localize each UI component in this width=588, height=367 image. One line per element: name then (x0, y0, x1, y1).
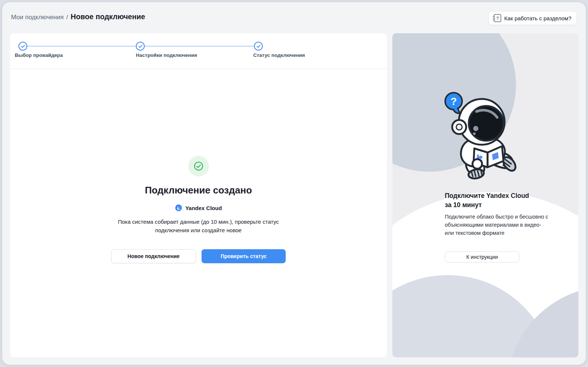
stepper-connector (27, 46, 136, 47)
step-check-icon (21, 44, 25, 49)
step-check-icon (138, 44, 143, 49)
promo-panel: ? Подключите Yandex Cloud за 10 минут По… (392, 33, 578, 357)
result-description-line1: Пока система собирает данные (до 10 мин.… (118, 217, 279, 226)
promo-title-line2: за 10 минут (445, 200, 529, 210)
provider-row: Yandex Cloud (175, 204, 222, 212)
promo-title: Подключите Yandex Cloud за 10 минут (445, 191, 529, 210)
wizard-stepper: Выбор провайдера Настройки подключения С… (10, 33, 387, 69)
promo-title-line1: Подключите Yandex Cloud (445, 191, 529, 200)
promo-description: Подключите облако быстро и бесшовно с об… (445, 213, 549, 237)
app-window: Мои подключения / Новое подключение ? Ка… (2, 2, 586, 365)
step-label-settings[interactable]: Настройки подключения (136, 52, 197, 58)
guide-book-question-icon: ? (494, 14, 501, 22)
step-status-check[interactable] (254, 42, 263, 51)
question-bubble-icon: ? (445, 93, 462, 113)
connection-result: Подключение создано Yandex Cloud Пока си… (10, 69, 387, 357)
section-help-button[interactable]: ? Как работать с разделом? (488, 11, 577, 25)
breadcrumb: Мои подключения / Новое подключение (11, 13, 145, 21)
step-label-status[interactable]: Статус подключения (253, 52, 305, 58)
new-connection-button[interactable]: Новое подключение (111, 249, 196, 263)
stepper-connector (145, 46, 254, 47)
step-settings-check[interactable] (136, 42, 145, 51)
section-help-label: Как работать с разделом? (504, 15, 571, 21)
step-provider-check[interactable] (18, 42, 27, 51)
check-status-button[interactable]: Проверить статус (202, 249, 286, 263)
step-label-provider[interactable]: Выбор провайдера (15, 52, 63, 58)
success-check-icon (193, 161, 204, 171)
page-title: Новое подключение (71, 13, 145, 21)
success-badge (188, 156, 209, 176)
result-description-line2: подключения или создайте новое (118, 226, 279, 234)
svg-text:?: ? (450, 96, 457, 107)
breadcrumb-parent-link[interactable]: Мои подключения (11, 14, 64, 21)
connection-wizard-card: Выбор провайдера Настройки подключения С… (10, 33, 387, 357)
yandex-cloud-logo (175, 204, 182, 212)
step-check-icon (256, 44, 261, 49)
result-actions: Новое подключение Проверить статус (111, 249, 286, 263)
breadcrumb-separator: / (66, 14, 68, 21)
result-description: Пока система собирает данные (до 10 мин.… (118, 217, 279, 234)
instruction-link-button[interactable]: К инструкции (445, 251, 519, 263)
provider-name: Yandex Cloud (185, 205, 222, 211)
astronaut-reading-illustration: ? (433, 88, 522, 180)
result-title: Подключение создано (145, 185, 252, 196)
